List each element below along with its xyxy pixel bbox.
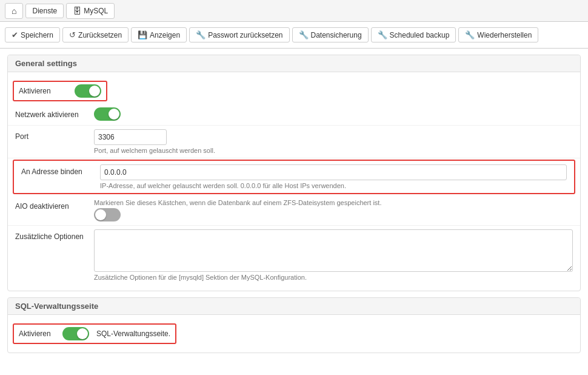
adresse-control: IP-Adresse, auf welcher gelauscht werden… bbox=[100, 164, 567, 189]
anzeigen-label: Anzeigen bbox=[150, 31, 180, 39]
datensicherung-icon: 🔧 bbox=[299, 30, 309, 39]
sql-settings-title: SQL-Verwaltungsseite bbox=[15, 302, 98, 311]
anzeigen-icon: 💾 bbox=[138, 30, 147, 39]
adresse-row: An Adresse binden IP-Adresse, auf welche… bbox=[14, 161, 574, 193]
passwort-icon: 🔧 bbox=[196, 30, 205, 39]
top-nav: ⌂ Dienste 🗄 MySQL bbox=[0, 0, 588, 22]
netzwerk-label: Netzwerk aktivieren bbox=[15, 107, 94, 120]
aio-control: Markieren Sie dieses Kästchen, wenn die … bbox=[94, 199, 573, 221]
aktivieren-thumb bbox=[89, 86, 100, 96]
aktivieren-highlight: Aktivieren bbox=[13, 81, 107, 101]
sql-settings-header: SQL-Verwaltungsseite bbox=[8, 298, 580, 315]
sql-settings-section: SQL-Verwaltungsseite Aktivieren SQL-Verw… bbox=[7, 297, 581, 353]
zusaetzlich-label: Zusätzliche Optionen bbox=[15, 229, 94, 242]
general-settings-section: General settings Aktivieren Netzwerk akt… bbox=[7, 55, 581, 291]
port-row: Port Port, auf welchem gelauscht werden … bbox=[8, 126, 580, 158]
adresse-highlight: An Adresse binden IP-Adresse, auf welche… bbox=[13, 160, 575, 194]
toolbar: ✔ Speichern ↺ Zurücksetzen 💾 Anzeigen 🔧 … bbox=[0, 22, 588, 49]
aio-row: AIO deaktivieren Markieren Sie dieses Kä… bbox=[8, 195, 580, 226]
adresse-input[interactable] bbox=[100, 164, 567, 180]
aio-hint: Markieren Sie dieses Kästchen, wenn die … bbox=[94, 199, 573, 206]
passwort-button[interactable]: 🔧 Passwort zurücksetzen bbox=[189, 27, 289, 42]
zusaetzlich-hint: Zusätzliche Optionen für die [mysqld] Se… bbox=[94, 274, 573, 281]
scheduled-icon: 🔧 bbox=[378, 30, 387, 39]
netzwerk-thumb bbox=[109, 109, 119, 120]
sql-aktivieren-toggle[interactable] bbox=[62, 327, 89, 340]
port-label: Port bbox=[15, 129, 94, 142]
netzwerk-toggle[interactable] bbox=[94, 107, 121, 121]
zuruecksetzen-label: Zurücksetzen bbox=[78, 31, 122, 39]
zusaetzlich-textarea[interactable] bbox=[94, 229, 573, 272]
sql-aktivieren-thumb bbox=[77, 328, 88, 339]
sql-aktivieren-row: Aktivieren SQL-Verwaltungsseite. bbox=[19, 327, 170, 340]
scheduled-button[interactable]: 🔧 Scheduled backup bbox=[371, 27, 456, 42]
passwort-label: Passwort zurücksetzen bbox=[208, 31, 282, 39]
home-button[interactable]: ⌂ bbox=[5, 3, 23, 19]
sql-aktivieren-label: Aktivieren bbox=[19, 329, 55, 338]
netzwerk-row: Netzwerk aktivieren bbox=[8, 104, 580, 126]
scheduled-label: Scheduled backup bbox=[390, 31, 450, 39]
main-content: General settings Aktivieren Netzwerk akt… bbox=[0, 49, 588, 375]
zusaetzlich-row: Zusätzliche Optionen Zusätzliche Optione… bbox=[8, 226, 580, 285]
dienste-label: Dienste bbox=[32, 7, 57, 15]
adresse-hint: IP-Adresse, auf welcher gelauscht werden… bbox=[100, 182, 567, 189]
adresse-label: An Adresse binden bbox=[21, 164, 100, 177]
port-input[interactable] bbox=[94, 129, 167, 145]
aio-label: AIO deaktivieren bbox=[15, 199, 94, 212]
dienste-button[interactable]: Dienste bbox=[25, 4, 64, 18]
aktivieren-toggle[interactable] bbox=[75, 84, 101, 98]
netzwerk-control bbox=[94, 107, 573, 121]
wiederherstellen-button[interactable]: 🔧 Wiederherstellen bbox=[458, 27, 538, 42]
aktivieren-row: Aktivieren bbox=[19, 84, 101, 98]
home-icon: ⌂ bbox=[12, 6, 16, 16]
port-hint: Port, auf welchem gelauscht werden soll. bbox=[94, 147, 573, 154]
aio-thumb bbox=[95, 209, 106, 220]
mysql-label: MySQL bbox=[84, 7, 108, 15]
netzwerk-track bbox=[94, 107, 121, 121]
sql-settings-body: Aktivieren SQL-Verwaltungsseite. bbox=[8, 315, 580, 353]
datensicherung-button[interactable]: 🔧 Datensicherung bbox=[292, 27, 369, 42]
port-control: Port, auf welchem gelauscht werden soll. bbox=[94, 129, 573, 154]
sql-aktivieren-track bbox=[62, 327, 89, 340]
aktivieren-track bbox=[75, 84, 101, 98]
zuruecksetzen-icon: ↺ bbox=[69, 30, 76, 39]
sql-aktivieren-text: SQL-Verwaltungsseite. bbox=[96, 329, 170, 338]
mysql-button[interactable]: 🗄 MySQL bbox=[66, 3, 115, 19]
aio-track bbox=[94, 208, 121, 221]
general-settings-title: General settings bbox=[15, 59, 77, 68]
general-settings-body: Aktivieren Netzwerk aktivieren bbox=[8, 72, 580, 291]
zusaetzlich-control: Zusätzliche Optionen für die [mysqld] Se… bbox=[94, 229, 573, 281]
wiederherstellen-label: Wiederherstellen bbox=[477, 31, 532, 39]
zuruecksetzen-button[interactable]: ↺ Zurücksetzen bbox=[62, 27, 129, 42]
aktivieren-label: Aktivieren bbox=[19, 87, 67, 95]
mysql-icon: 🗄 bbox=[73, 6, 81, 16]
speichern-icon: ✔ bbox=[12, 30, 18, 39]
speichern-label: Speichern bbox=[21, 31, 53, 39]
aio-toggle[interactable] bbox=[94, 208, 121, 221]
wiederherstellen-icon: 🔧 bbox=[465, 30, 475, 39]
sql-aktivieren-highlight: Aktivieren SQL-Verwaltungsseite. bbox=[13, 323, 176, 344]
anzeigen-button[interactable]: 💾 Anzeigen bbox=[131, 27, 187, 42]
general-settings-header: General settings bbox=[8, 55, 580, 72]
speichern-button[interactable]: ✔ Speichern bbox=[5, 27, 60, 42]
datensicherung-label: Datensicherung bbox=[311, 31, 362, 39]
